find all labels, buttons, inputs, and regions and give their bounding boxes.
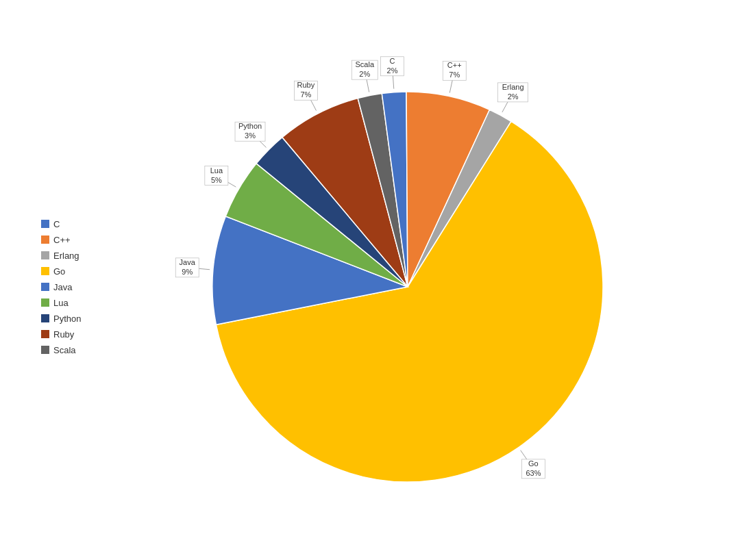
legend-swatch (41, 236, 49, 244)
slice-label-pct: 2% (508, 92, 519, 101)
slice-label-group: Python3% (235, 122, 266, 147)
slice-label-group: Scala2% (352, 60, 378, 92)
slice-label-pct: 2% (387, 66, 398, 75)
legend-item: C++ (41, 235, 103, 245)
pie-area: Ruby7%Scala2%C2%C++7%Erlang2%Go63%Java9%… (103, 27, 713, 547)
legend-item: Python (41, 314, 103, 324)
legend-swatch (41, 346, 49, 354)
slice-label-name: C (389, 57, 395, 65)
legend-swatch (41, 298, 49, 307)
legend: CC++ErlangGoJavaLuaPythonRubyScala (27, 27, 103, 547)
slice-label-name: Go (528, 459, 539, 468)
slice-label-name: Scala (355, 60, 374, 68)
slice-label-group: C++7% (443, 61, 466, 92)
legend-swatch (41, 220, 49, 228)
legend-item: C (41, 219, 103, 229)
legend-label: Ruby (53, 329, 74, 340)
slice-label-group: Java9% (175, 258, 210, 277)
slice-label-pct: 5% (211, 176, 222, 184)
slice-label-pct: 9% (182, 268, 193, 276)
legend-label: C (53, 219, 60, 229)
pie-chart: Ruby7%Scala2%C2%C++7%Erlang2%Go63%Java9%… (195, 75, 620, 499)
legend-label: C++ (53, 235, 71, 245)
slice-label-group: Lua5% (205, 166, 236, 188)
legend-item: Scala (41, 345, 103, 355)
slice-label-group: Ruby7% (294, 81, 317, 110)
legend-label: Lua (53, 298, 69, 308)
slice-label-name: Ruby (297, 81, 315, 89)
slice-label-pct: 63% (526, 469, 541, 477)
slice-label-name: Python (238, 122, 262, 130)
slice-label-name: C++ (447, 61, 462, 69)
legend-label: Go (53, 266, 65, 277)
slice-label-pct: 3% (245, 131, 256, 140)
legend-swatch (41, 251, 49, 259)
legend-label: Erlang (53, 251, 79, 261)
chart-body: CC++ErlangGoJavaLuaPythonRubyScala Ruby7… (27, 27, 713, 547)
slice-label-group: Erlang2% (498, 83, 528, 112)
slice-label-name: Java (180, 258, 196, 266)
legend-item: Java (41, 282, 103, 292)
legend-item: Go (41, 266, 103, 277)
slice-label-pct: 7% (449, 71, 460, 79)
slice-label-pct: 7% (300, 90, 311, 99)
chart-container: CC++ErlangGoJavaLuaPythonRubyScala Ruby7… (27, 13, 713, 547)
legend-swatch (41, 283, 49, 291)
legend-label: Python (53, 314, 81, 324)
legend-item: Erlang (41, 251, 103, 261)
legend-swatch (41, 330, 49, 338)
legend-item: Lua (41, 298, 103, 308)
slice-label-group: C2% (380, 57, 404, 89)
legend-item: Ruby (41, 329, 103, 340)
legend-label: Scala (53, 345, 76, 355)
slice-label-group: Go63% (521, 450, 545, 479)
slice-label-name: Erlang (502, 83, 524, 91)
legend-swatch (41, 267, 49, 275)
legend-label: Java (53, 282, 72, 292)
slice-label-pct: 2% (359, 70, 370, 78)
slice-label-name: Lua (210, 166, 223, 175)
legend-swatch (41, 314, 49, 322)
